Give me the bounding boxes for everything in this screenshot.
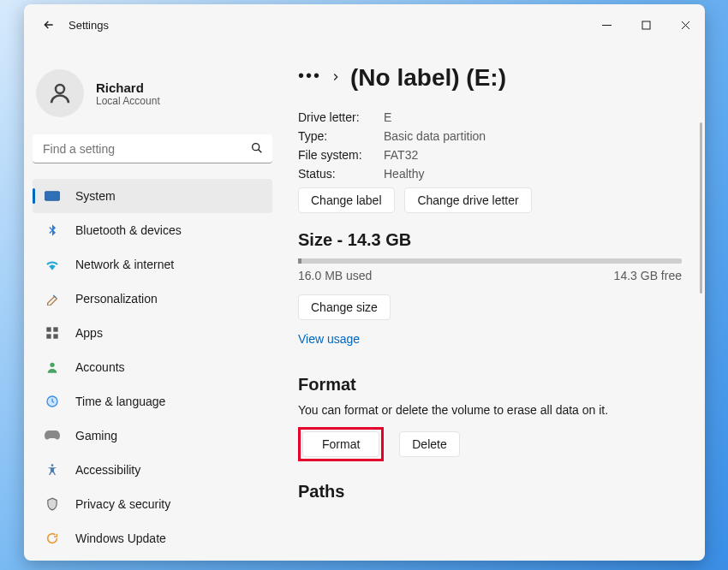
network-icon	[45, 257, 60, 272]
breadcrumb-ellipsis[interactable]: •••	[298, 66, 321, 91]
format-description: You can format or delete the volume to e…	[298, 403, 681, 417]
sidebar-item-label: Gaming	[75, 429, 117, 442]
svg-line-6	[259, 150, 262, 153]
paths-heading: Paths	[298, 482, 681, 502]
content: ••• (No label) (E:) Drive letter:E Type:…	[281, 45, 705, 561]
accounts-icon	[45, 359, 60, 375]
view-usage-link[interactable]: View usage	[298, 332, 360, 346]
type-label: Type:	[298, 129, 384, 143]
window-controls	[587, 12, 705, 38]
size-heading: Size - 14.3 GB	[298, 230, 681, 250]
update-icon	[45, 531, 60, 546]
format-heading: Format	[298, 375, 681, 395]
sidebar-item-time[interactable]: Time & language	[33, 384, 272, 419]
search-input[interactable]	[33, 134, 272, 163]
svg-rect-7	[45, 192, 59, 201]
type-value: Basic data partition	[384, 129, 486, 143]
system-icon	[45, 188, 60, 204]
sidebar-item-privacy[interactable]: Privacy & security	[33, 487, 272, 521]
sidebar-item-label: Windows Update	[75, 531, 166, 545]
sidebar-item-label: Apps	[75, 326, 103, 340]
svg-rect-11	[53, 334, 57, 338]
sidebar-item-label: Network & internet	[75, 258, 174, 271]
svg-rect-10	[46, 334, 51, 338]
svg-point-5	[253, 144, 260, 151]
change-size-button[interactable]: Change size	[298, 294, 391, 320]
sidebar-item-update[interactable]: Windows Update	[33, 521, 272, 555]
sidebar-item-accounts[interactable]: Accounts	[33, 350, 272, 384]
svg-rect-9	[53, 327, 57, 331]
sidebar-item-gaming[interactable]: Gaming	[33, 419, 272, 453]
breadcrumb: ••• (No label) (E:)	[298, 61, 681, 95]
profile-name: Richard	[96, 80, 160, 95]
privacy-icon	[45, 496, 60, 512]
sidebar: Richard Local Account SystemBluetooth & …	[24, 45, 281, 561]
sidebar-item-accessibility[interactable]: Accessibility	[33, 453, 272, 487]
size-bar-fill	[298, 258, 301, 264]
apps-icon	[45, 325, 60, 341]
scrollbar[interactable]	[700, 122, 702, 294]
time-icon	[45, 394, 60, 409]
filesystem-value: FAT32	[384, 148, 418, 162]
svg-point-12	[50, 363, 54, 367]
profile-block[interactable]: Richard Local Account	[33, 54, 272, 134]
bluetooth-icon	[45, 223, 60, 238]
sidebar-item-label: Time & language	[75, 395, 165, 408]
window-title: Settings	[69, 19, 109, 32]
drive-letter-value: E	[384, 110, 391, 124]
settings-window: Settings Richard Local Account	[24, 4, 705, 561]
sidebar-item-label: Accessibility	[75, 463, 140, 477]
svg-rect-8	[46, 327, 51, 331]
size-free: 14.3 GB free	[614, 269, 682, 282]
gaming-icon	[45, 428, 60, 443]
change-label-button[interactable]: Change label	[298, 187, 395, 213]
search-container	[33, 134, 272, 163]
sidebar-item-label: Accounts	[75, 360, 125, 374]
sidebar-item-personalization[interactable]: Personalization	[33, 282, 272, 316]
svg-point-4	[56, 85, 64, 93]
sidebar-item-bluetooth[interactable]: Bluetooth & devices	[33, 213, 272, 247]
nav: SystemBluetooth & devicesNetwork & inter…	[33, 179, 272, 555]
back-button[interactable]	[36, 12, 62, 38]
avatar	[36, 69, 84, 117]
sidebar-item-label: System	[75, 189, 116, 203]
sidebar-item-apps[interactable]: Apps	[33, 316, 272, 350]
change-drive-letter-button[interactable]: Change drive letter	[404, 187, 531, 213]
size-bar	[298, 258, 682, 264]
filesystem-label: File system:	[298, 148, 384, 162]
size-used: 16.0 MB used	[298, 269, 372, 282]
profile-subtitle: Local Account	[96, 95, 160, 107]
accessibility-icon	[45, 462, 60, 478]
sidebar-item-network[interactable]: Network & internet	[33, 247, 272, 282]
sidebar-item-label: Bluetooth & devices	[75, 223, 182, 237]
titlebar: Settings	[24, 4, 705, 45]
status-value: Healthy	[384, 167, 424, 181]
delete-button[interactable]: Delete	[399, 431, 459, 457]
minimize-button[interactable]	[587, 12, 626, 38]
status-label: Status:	[298, 167, 384, 181]
drive-letter-label: Drive letter:	[298, 110, 384, 124]
chevron-right-icon	[330, 71, 342, 86]
svg-rect-1	[642, 21, 650, 29]
sidebar-item-label: Privacy & security	[75, 497, 170, 511]
maximize-button[interactable]	[626, 12, 665, 38]
format-highlight: Format	[298, 427, 384, 461]
format-button[interactable]: Format	[302, 431, 379, 457]
personalization-icon	[45, 291, 60, 306]
sidebar-item-system[interactable]: System	[33, 179, 272, 213]
close-button[interactable]	[665, 12, 705, 38]
svg-point-14	[51, 464, 54, 466]
page-title: (No label) (E:)	[350, 64, 506, 92]
sidebar-item-label: Personalization	[75, 292, 158, 306]
search-icon	[250, 141, 264, 157]
